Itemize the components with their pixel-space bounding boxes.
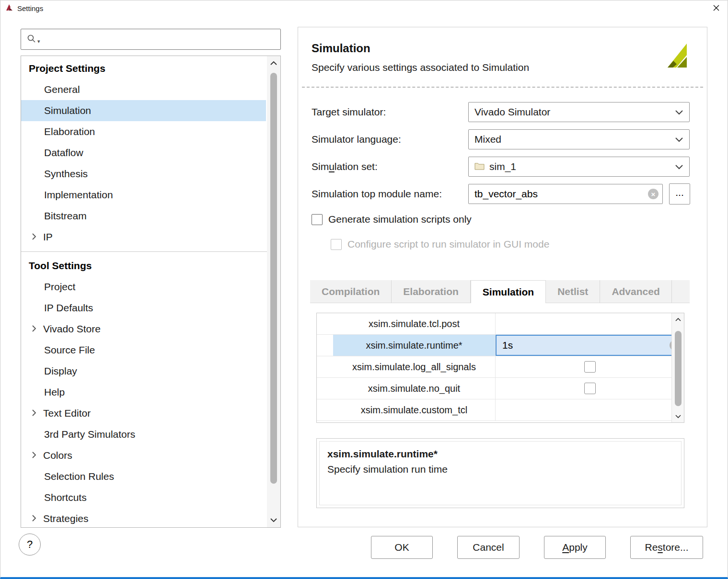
tab-compilation[interactable]: Compilation <box>310 280 392 303</box>
tab-netlist[interactable]: Netlist <box>546 280 600 303</box>
param-value[interactable] <box>495 399 684 420</box>
param-name[interactable]: xsim.simulate.no_quit <box>333 378 495 399</box>
target-simulator-select[interactable]: Vivado Simulator <box>468 102 690 122</box>
sidebar-item-selection-rules[interactable]: Selection Rules <box>21 466 266 487</box>
simulation-set-value: sim_1 <box>489 161 516 172</box>
chevron-right-icon[interactable] <box>32 231 36 243</box>
table-scrollbar[interactable] <box>671 313 684 422</box>
tab-advanced[interactable]: Advanced <box>600 280 671 303</box>
param-value <box>495 356 684 377</box>
runtime-editor: × <box>496 335 684 356</box>
param-name[interactable]: xsim.simulate.tcl.post <box>333 313 495 334</box>
simulation-set-row: Simulation set: sim_1 <box>312 157 690 177</box>
sidebar-item-ip-defaults[interactable]: IP Defaults <box>21 297 266 318</box>
chevron-right-icon[interactable] <box>32 513 36 524</box>
top-module-input[interactable] <box>469 184 662 204</box>
sidebar-item-implementation[interactable]: Implementation <box>21 184 266 205</box>
scrollbar-thumb[interactable] <box>675 331 682 406</box>
window-title: Settings <box>17 4 43 12</box>
generate-scripts-checkbox[interactable] <box>312 214 323 225</box>
sidebar-item-display[interactable]: Display <box>21 361 266 382</box>
scroll-up-icon[interactable] <box>672 313 684 326</box>
simulator-language-row: Simulator language: Mixed <box>312 129 690 149</box>
chevron-down-icon[interactable] <box>675 110 683 115</box>
param-value[interactable] <box>495 313 684 334</box>
gui-mode-checkbox <box>331 239 342 250</box>
sidebar-item-shortcuts[interactable]: Shortcuts <box>21 487 266 508</box>
param-description-box: xsim.simulate.runtime* Specify simulatio… <box>316 438 684 508</box>
sidebar-section-project-settings[interactable]: Project Settings <box>21 58 266 79</box>
page-title: Simulation <box>312 42 370 55</box>
table-row: xsim.simulate.no_quit <box>317 378 684 399</box>
titlebar: Settings <box>0 0 728 16</box>
sidebar-item-ip[interactable]: IP <box>21 227 266 248</box>
tab-simulation[interactable]: Simulation <box>471 280 546 303</box>
cancel-button[interactable]: Cancel <box>457 536 520 559</box>
settings-tab-strip: Compilation Elaboration Simulation Netli… <box>310 280 690 303</box>
chevron-right-icon[interactable] <box>32 323 36 335</box>
row-gutter <box>317 378 333 399</box>
target-simulator-row: Target simulator: Vivado Simulator <box>312 102 690 122</box>
sidebar-item-dataflow[interactable]: Dataflow <box>21 142 266 163</box>
clear-icon[interactable]: × <box>648 189 659 199</box>
restore-button[interactable]: Restore... <box>630 536 703 559</box>
sidebar-item-vivado-store[interactable]: Vivado Store <box>21 318 266 340</box>
dialog-buttons: OK Cancel Apply Restore... <box>0 536 703 559</box>
sidebar-item-project[interactable]: Project <box>21 276 266 297</box>
close-icon[interactable] <box>705 0 727 15</box>
param-name[interactable]: xsim.simulate.runtime* <box>333 335 495 356</box>
table-row: xsim.simulate.runtime* × <box>317 335 684 356</box>
chevron-right-icon[interactable] <box>32 408 36 419</box>
page-subtitle: Specify various settings associated to S… <box>312 62 529 73</box>
sidebar-item-synthesis[interactable]: Synthesis <box>21 163 266 184</box>
log-all-signals-checkbox[interactable] <box>584 361 596 373</box>
param-name[interactable]: xsim.simulate.custom_tcl <box>333 399 495 420</box>
row-gutter <box>317 335 333 356</box>
chevron-right-icon[interactable] <box>32 450 36 461</box>
sidebar-item-3rd-party-simulators[interactable]: 3rd Party Simulators <box>21 424 266 445</box>
sidebar-item-simulation[interactable]: Simulation <box>21 100 266 121</box>
chevron-down-icon[interactable] <box>675 137 683 142</box>
generate-scripts-row: Generate simulation scripts only <box>312 213 472 226</box>
simulation-params-table: xsim.simulate.tcl.post xsim.simulate.run… <box>316 313 684 423</box>
tree-scrollbar[interactable] <box>267 56 280 527</box>
table-row: xsim.simulate.log_all_signals <box>317 356 684 378</box>
param-description-inner: xsim.simulate.runtime* Specify simulatio… <box>319 441 682 505</box>
simulator-language-value: Mixed <box>474 134 501 145</box>
sidebar-item-strategies[interactable]: Strategies <box>21 508 266 528</box>
param-value <box>495 378 684 399</box>
sidebar-item-help[interactable]: Help <box>21 382 266 403</box>
sidebar-item-general[interactable]: General <box>21 79 266 100</box>
sidebar-section-tool-settings[interactable]: Tool Settings <box>21 255 266 276</box>
sidebar-item-source-file[interactable]: Source File <box>21 340 266 361</box>
target-simulator-label: Target simulator: <box>312 106 468 118</box>
chevron-down-icon[interactable] <box>675 164 683 170</box>
scrollbar-thumb[interactable] <box>270 73 277 484</box>
tab-elaboration[interactable]: Elaboration <box>392 280 471 303</box>
sidebar-item-text-editor[interactable]: Text Editor <box>21 403 266 424</box>
runtime-input[interactable] <box>497 340 683 351</box>
scroll-up-icon[interactable] <box>267 56 280 70</box>
sidebar-search: ▾ <box>21 29 281 50</box>
apply-button[interactable]: Apply <box>544 536 606 559</box>
search-options-caret-icon[interactable]: ▾ <box>37 38 40 45</box>
folder-icon <box>474 161 485 172</box>
no-quit-checkbox[interactable] <box>584 383 596 394</box>
simulation-set-select[interactable]: sim_1 <box>468 157 690 177</box>
sidebar-item-bitstream[interactable]: Bitstream <box>21 205 266 227</box>
app-logo-icon <box>5 3 13 13</box>
search-input[interactable] <box>42 34 275 45</box>
scroll-down-icon[interactable] <box>267 513 280 527</box>
param-value: × <box>495 335 684 356</box>
gui-mode-row: Configure script to run simulator in GUI… <box>331 238 549 250</box>
param-name[interactable]: xsim.simulate.log_all_signals <box>333 356 495 377</box>
sidebar-item-elaboration[interactable]: Elaboration <box>21 121 266 142</box>
browse-button[interactable]: ... <box>669 183 690 204</box>
param-description-text: Specify simulation run time <box>327 464 673 475</box>
simulator-language-select[interactable]: Mixed <box>468 129 690 149</box>
sidebar-item-colors[interactable]: Colors <box>21 445 266 466</box>
ok-button[interactable]: OK <box>371 536 433 559</box>
top-module-label: Simulation top module name: <box>312 188 468 200</box>
scroll-down-icon[interactable] <box>672 410 684 422</box>
row-gutter <box>317 399 333 420</box>
